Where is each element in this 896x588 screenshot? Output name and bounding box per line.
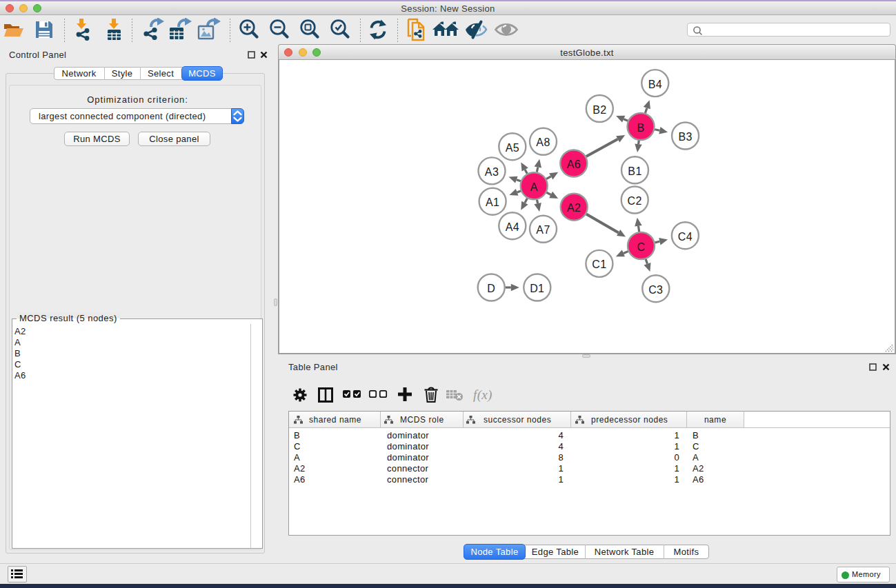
svg-text:C2: C2 — [628, 195, 642, 207]
svg-text:B2: B2 — [593, 104, 606, 116]
svg-text:A1: A1 — [486, 196, 499, 208]
svg-text:B4: B4 — [648, 79, 662, 90]
svg-text:A7: A7 — [536, 224, 550, 236]
svg-text:D: D — [487, 283, 495, 294]
svg-text:C: C — [637, 241, 646, 253]
svg-text:B1: B1 — [628, 165, 641, 177]
svg-text:A8: A8 — [536, 136, 550, 148]
svg-text:A4: A4 — [506, 221, 519, 233]
svg-text:B3: B3 — [678, 131, 692, 143]
svg-text:C3: C3 — [648, 284, 663, 296]
svg-text:A3: A3 — [485, 166, 499, 178]
svg-text:A2: A2 — [567, 202, 581, 214]
svg-text:A5: A5 — [506, 142, 519, 154]
svg-text:C4: C4 — [678, 231, 693, 243]
svg-text:A6: A6 — [567, 159, 581, 170]
svg-text:B: B — [637, 122, 644, 134]
svg-text:C1: C1 — [592, 258, 606, 270]
svg-text:A: A — [530, 181, 538, 193]
svg-text:D1: D1 — [530, 283, 544, 294]
